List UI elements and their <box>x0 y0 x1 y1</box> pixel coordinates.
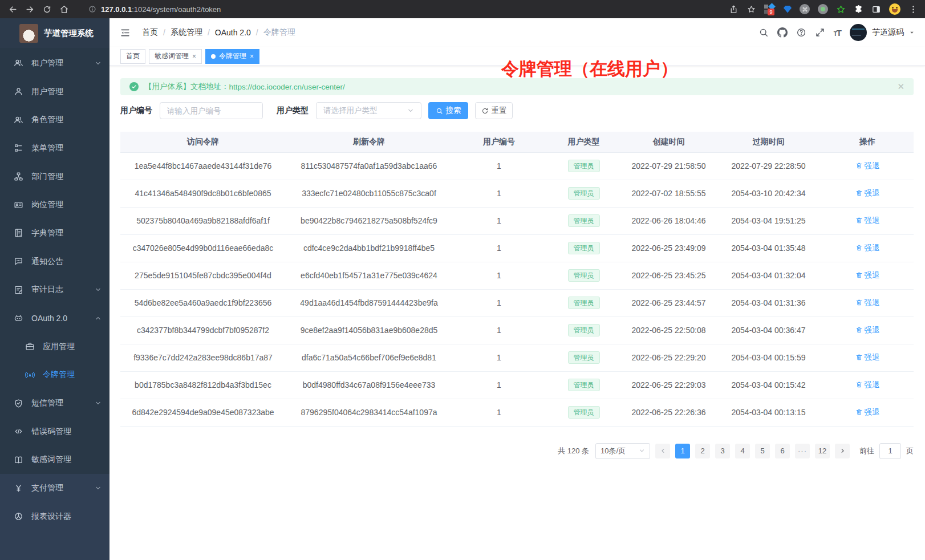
user-type-badge: 管理员 <box>568 242 600 254</box>
extension-gem-icon[interactable] <box>784 6 792 13</box>
robot-icon <box>14 314 23 323</box>
sidebar-item-oauth2-token[interactable]: 令牌管理 <box>0 361 109 389</box>
breadcrumb-item-3[interactable]: OAuth 2.0 <box>215 28 251 37</box>
user-avatar[interactable] <box>850 24 867 41</box>
cell-expire-time: 2054-03-10 20:42:34 <box>716 180 821 207</box>
help-icon[interactable] <box>796 27 806 38</box>
force-logout-button[interactable]: 强退 <box>855 380 880 390</box>
trash-icon <box>855 299 863 306</box>
page-button-1[interactable]: 1 <box>675 444 690 458</box>
sidebar-item-oauth2-app[interactable]: 应用管理 <box>0 332 109 361</box>
github-icon[interactable] <box>777 27 788 38</box>
sidebar-item-dept[interactable]: 部门管理 <box>0 163 109 191</box>
chevron-right-icon <box>839 448 846 454</box>
extension-green-star-icon[interactable] <box>836 5 846 14</box>
page-button-12[interactable]: 12 <box>815 444 830 458</box>
force-logout-button[interactable]: 强退 <box>855 161 880 171</box>
extensions-puzzle-icon[interactable] <box>854 5 863 14</box>
pager-more-button[interactable]: ··· <box>795 444 810 458</box>
alert-doc-link[interactable]: https://doc.iocoder.cn/user-center/ <box>229 83 345 91</box>
browser-home-icon[interactable] <box>59 5 69 14</box>
force-logout-button[interactable]: 强退 <box>855 325 880 335</box>
force-logout-button[interactable]: 强退 <box>855 407 880 417</box>
sidebar-item-label: 通知公告 <box>31 257 63 267</box>
tab-close-icon[interactable]: × <box>192 52 196 60</box>
font-size-icon[interactable]: TT <box>834 28 841 38</box>
browser-menu-icon[interactable] <box>908 5 918 14</box>
alert-close-icon[interactable]: ✕ <box>897 82 904 92</box>
prev-page-button[interactable] <box>655 444 670 458</box>
goto-page-input[interactable] <box>879 443 901 459</box>
page-button-5[interactable]: 5 <box>755 444 770 458</box>
user-caret-icon[interactable] <box>909 30 915 35</box>
sidebar-item-post[interactable]: 岗位管理 <box>0 190 109 219</box>
sidebar-item-sms[interactable]: 短信管理 <box>0 389 109 417</box>
sidebar-item-label: 岗位管理 <box>31 200 63 210</box>
reset-button[interactable]: 重置 <box>475 102 513 119</box>
page-button-6[interactable]: 6 <box>775 444 790 458</box>
cell-expire-time: 2054-03-04 00:13:15 <box>716 399 821 426</box>
page-size-select[interactable]: 10条/页 <box>595 443 650 459</box>
user-id-input[interactable] <box>160 102 263 119</box>
fullscreen-icon[interactable] <box>815 27 825 38</box>
sidebar-item-pay[interactable]: 支付管理 <box>0 474 109 502</box>
chevron-down-icon <box>407 107 414 114</box>
breadcrumb-item-1[interactable]: 首页 <box>142 27 158 38</box>
sidebar-item-error-code[interactable]: 错误码管理 <box>0 417 109 446</box>
next-page-button[interactable] <box>835 444 850 458</box>
tab-首页[interactable]: 首页 <box>120 49 145 64</box>
sidebar-item-notice[interactable]: 通知公告 <box>0 247 109 276</box>
badge-icon <box>14 200 23 210</box>
page-info-icon[interactable] <box>88 5 96 13</box>
force-logout-button[interactable]: 强退 <box>855 243 880 253</box>
share-icon[interactable] <box>729 5 739 14</box>
breadcrumb-item-2[interactable]: 系统管理 <box>171 27 202 38</box>
breadcrumb-separator: / <box>163 28 165 37</box>
search-button[interactable]: 搜索 <box>428 102 468 119</box>
bookmark-star-icon[interactable] <box>747 5 756 14</box>
address-bar[interactable]: 127.0.0.1:1024/system/oauth2/token <box>85 1 655 17</box>
force-logout-button[interactable]: 强退 <box>855 352 880 363</box>
force-logout-button[interactable]: 强退 <box>855 298 880 308</box>
extension-tab-manager-icon[interactable]: 9 <box>764 4 776 14</box>
breadcrumb-separator: / <box>256 28 258 37</box>
side-panel-icon[interactable] <box>871 5 881 14</box>
browser-forward-icon[interactable] <box>25 5 35 14</box>
sidebar-item-sensitive-word[interactable]: 敏感词管理 <box>0 446 109 474</box>
page-button-3[interactable]: 3 <box>715 444 730 458</box>
user-name[interactable]: 芋道源码 <box>872 27 904 38</box>
tab-close-icon[interactable]: × <box>250 52 254 60</box>
tab-敏感词管理[interactable]: 敏感词管理× <box>149 49 202 64</box>
cell-refresh-token: e6cfd40eb1f54571a31e775e039c4624 <box>286 262 452 289</box>
sidebar-fold-icon[interactable] <box>120 27 131 38</box>
table-row: 41c41346a548490f9dc8b01c6bfe0865333ecfc7… <box>120 180 914 207</box>
cell-refresh-token: 333ecfc71e02480cb11055c875c3ca0f <box>286 180 452 207</box>
extension-recorder-icon[interactable] <box>818 4 828 14</box>
force-logout-button[interactable]: 强退 <box>855 270 880 281</box>
search-icon[interactable] <box>758 27 769 38</box>
chevron-left-icon <box>660 448 666 454</box>
browser-profile-avatar[interactable] <box>889 3 900 15</box>
force-logout-button[interactable]: 强退 <box>855 216 880 226</box>
table-row: f9336e7c7dd242a283ee98dc86b17a87dfa6c71a… <box>120 344 914 371</box>
sidebar-item-label: 字典管理 <box>31 228 63 238</box>
browser-reload-icon[interactable] <box>42 5 52 14</box>
force-logout-button[interactable]: 强退 <box>855 188 880 198</box>
user-type-select[interactable]: 请选择用户类型 <box>316 102 421 119</box>
sidebar-item-menu[interactable]: 菜单管理 <box>0 134 109 163</box>
trash-icon <box>855 162 863 169</box>
tab-令牌管理[interactable]: 令牌管理× <box>205 49 259 64</box>
sidebar-item-dict[interactable]: 字典管理 <box>0 219 109 247</box>
cell-created-time: 2022-06-25 23:44:57 <box>622 289 716 316</box>
cell-expire-time: 2022-07-29 22:28:50 <box>716 152 821 180</box>
sidebar-item-user[interactable]: 用户管理 <box>0 78 109 106</box>
browser-back-icon[interactable] <box>8 5 18 14</box>
page-button-2[interactable]: 2 <box>695 444 710 458</box>
extension-command-icon[interactable] <box>800 4 810 14</box>
sidebar-item-audit-log[interactable]: 审计日志 <box>0 276 109 305</box>
sidebar-item-role[interactable]: 角色管理 <box>0 105 109 134</box>
sidebar-item-tenant[interactable]: 租户管理 <box>0 49 109 78</box>
page-button-4[interactable]: 4 <box>735 444 750 458</box>
sidebar-item-oauth2[interactable]: OAuth 2.0 <box>0 304 109 332</box>
sidebar-item-report-designer[interactable]: 报表设计器 <box>0 502 109 531</box>
